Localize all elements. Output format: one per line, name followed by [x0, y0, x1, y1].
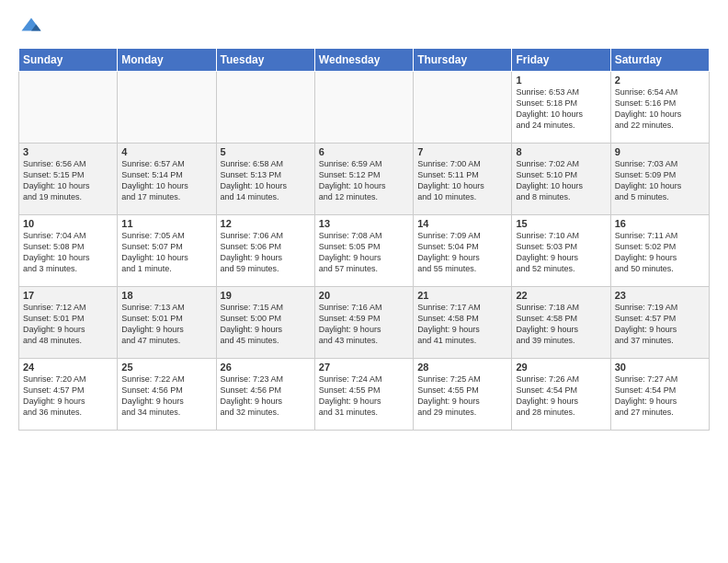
calendar-cell: 20Sunrise: 7:16 AM Sunset: 4:59 PM Dayli… — [314, 287, 413, 359]
calendar-cell — [414, 72, 512, 144]
calendar-day-header: Monday — [118, 49, 216, 72]
day-info: Sunrise: 7:02 AM Sunset: 5:10 PM Dayligh… — [516, 158, 606, 203]
calendar-cell: 11Sunrise: 7:05 AM Sunset: 5:07 PM Dayli… — [118, 215, 216, 287]
day-number: 15 — [516, 218, 606, 229]
calendar-cell: 28Sunrise: 7:25 AM Sunset: 4:55 PM Dayli… — [414, 359, 512, 431]
day-number: 17 — [23, 290, 113, 301]
day-info: Sunrise: 6:53 AM Sunset: 5:18 PM Dayligh… — [516, 86, 606, 132]
day-info: Sunrise: 6:56 AM Sunset: 5:15 PM Dayligh… — [23, 158, 113, 203]
calendar-cell: 30Sunrise: 7:27 AM Sunset: 4:54 PM Dayli… — [610, 359, 709, 431]
day-info: Sunrise: 7:17 AM Sunset: 4:58 PM Dayligh… — [417, 302, 507, 347]
day-number: 26 — [221, 362, 311, 373]
day-info: Sunrise: 7:00 AM Sunset: 5:11 PM Dayligh… — [417, 158, 507, 203]
day-info: Sunrise: 7:26 AM Sunset: 4:54 PM Dayligh… — [516, 373, 606, 419]
calendar-week-row: 3Sunrise: 6:56 AM Sunset: 5:15 PM Daylig… — [19, 144, 710, 215]
calendar-cell — [314, 72, 413, 144]
day-number: 11 — [121, 218, 211, 229]
calendar-cell: 25Sunrise: 7:22 AM Sunset: 4:56 PM Dayli… — [118, 359, 216, 431]
day-info: Sunrise: 7:24 AM Sunset: 4:55 PM Dayligh… — [319, 373, 409, 419]
day-info: Sunrise: 7:19 AM Sunset: 4:57 PM Dayligh… — [615, 302, 705, 347]
calendar-cell: 3Sunrise: 6:56 AM Sunset: 5:15 PM Daylig… — [19, 144, 118, 215]
day-number: 6 — [319, 146, 409, 157]
day-info: Sunrise: 7:25 AM Sunset: 4:55 PM Dayligh… — [417, 373, 507, 419]
day-info: Sunrise: 7:04 AM Sunset: 5:08 PM Dayligh… — [23, 230, 113, 275]
calendar-cell: 14Sunrise: 7:09 AM Sunset: 5:04 PM Dayli… — [414, 215, 512, 287]
calendar-cell: 15Sunrise: 7:10 AM Sunset: 5:03 PM Dayli… — [512, 215, 610, 287]
day-info: Sunrise: 6:54 AM Sunset: 5:16 PM Dayligh… — [615, 86, 705, 132]
calendar-cell: 7Sunrise: 7:00 AM Sunset: 5:11 PM Daylig… — [414, 144, 512, 215]
calendar-cell: 4Sunrise: 6:57 AM Sunset: 5:14 PM Daylig… — [118, 144, 216, 215]
calendar: SundayMondayTuesdayWednesdayThursdayFrid… — [18, 48, 710, 431]
calendar-cell — [216, 72, 314, 144]
day-number: 7 — [417, 146, 507, 157]
day-info: Sunrise: 7:10 AM Sunset: 5:03 PM Dayligh… — [516, 230, 606, 275]
day-number: 1 — [516, 75, 606, 86]
day-info: Sunrise: 6:58 AM Sunset: 5:13 PM Dayligh… — [221, 158, 311, 203]
day-info: Sunrise: 7:13 AM Sunset: 5:01 PM Dayligh… — [121, 302, 211, 347]
day-number: 18 — [121, 290, 211, 301]
day-info: Sunrise: 6:59 AM Sunset: 5:12 PM Dayligh… — [319, 158, 409, 203]
calendar-cell: 23Sunrise: 7:19 AM Sunset: 4:57 PM Dayli… — [610, 287, 709, 359]
day-number: 16 — [615, 218, 705, 229]
day-info: Sunrise: 7:05 AM Sunset: 5:07 PM Dayligh… — [121, 230, 211, 275]
day-info: Sunrise: 7:27 AM Sunset: 4:54 PM Dayligh… — [615, 373, 705, 419]
calendar-cell: 2Sunrise: 6:54 AM Sunset: 5:16 PM Daylig… — [610, 72, 709, 144]
day-info: Sunrise: 7:03 AM Sunset: 5:09 PM Dayligh… — [615, 158, 705, 203]
day-info: Sunrise: 7:15 AM Sunset: 5:00 PM Dayligh… — [221, 302, 311, 347]
day-number: 5 — [221, 146, 311, 157]
day-number: 4 — [121, 146, 211, 157]
calendar-week-row: 24Sunrise: 7:20 AM Sunset: 4:57 PM Dayli… — [19, 359, 710, 431]
day-number: 27 — [319, 362, 409, 373]
calendar-week-row: 17Sunrise: 7:12 AM Sunset: 5:01 PM Dayli… — [19, 287, 710, 359]
calendar-cell: 19Sunrise: 7:15 AM Sunset: 5:00 PM Dayli… — [216, 287, 314, 359]
calendar-cell: 26Sunrise: 7:23 AM Sunset: 4:56 PM Dayli… — [216, 359, 314, 431]
day-number: 24 — [23, 362, 113, 373]
calendar-day-header: Tuesday — [216, 49, 314, 72]
day-number: 12 — [221, 218, 311, 229]
calendar-cell: 21Sunrise: 7:17 AM Sunset: 4:58 PM Dayli… — [414, 287, 512, 359]
calendar-cell: 27Sunrise: 7:24 AM Sunset: 4:55 PM Dayli… — [314, 359, 413, 431]
calendar-week-row: 1Sunrise: 6:53 AM Sunset: 5:18 PM Daylig… — [19, 72, 710, 144]
header — [18, 15, 710, 40]
calendar-cell: 5Sunrise: 6:58 AM Sunset: 5:13 PM Daylig… — [216, 144, 314, 215]
day-info: Sunrise: 7:23 AM Sunset: 4:56 PM Dayligh… — [221, 373, 311, 419]
day-info: Sunrise: 7:22 AM Sunset: 4:56 PM Dayligh… — [121, 373, 211, 419]
calendar-header-row: SundayMondayTuesdayWednesdayThursdayFrid… — [19, 49, 710, 72]
calendar-day-header: Thursday — [414, 49, 512, 72]
calendar-day-header: Sunday — [19, 49, 118, 72]
day-info: Sunrise: 7:16 AM Sunset: 4:59 PM Dayligh… — [319, 302, 409, 347]
calendar-cell: 8Sunrise: 7:02 AM Sunset: 5:10 PM Daylig… — [512, 144, 610, 215]
calendar-cell: 16Sunrise: 7:11 AM Sunset: 5:02 PM Dayli… — [610, 215, 709, 287]
day-info: Sunrise: 6:57 AM Sunset: 5:14 PM Dayligh… — [121, 158, 211, 203]
day-info: Sunrise: 7:12 AM Sunset: 5:01 PM Dayligh… — [23, 302, 113, 347]
logo — [18, 15, 48, 40]
calendar-cell: 29Sunrise: 7:26 AM Sunset: 4:54 PM Dayli… — [512, 359, 610, 431]
logo-icon — [18, 15, 44, 40]
calendar-cell: 10Sunrise: 7:04 AM Sunset: 5:08 PM Dayli… — [19, 215, 118, 287]
day-info: Sunrise: 7:20 AM Sunset: 4:57 PM Dayligh… — [23, 373, 113, 419]
day-number: 23 — [615, 290, 705, 301]
page: SundayMondayTuesdayWednesdayThursdayFrid… — [0, 0, 728, 563]
day-info: Sunrise: 7:08 AM Sunset: 5:05 PM Dayligh… — [319, 230, 409, 275]
day-number: 2 — [615, 75, 705, 86]
day-number: 19 — [221, 290, 311, 301]
calendar-day-header: Wednesday — [314, 49, 413, 72]
calendar-cell: 13Sunrise: 7:08 AM Sunset: 5:05 PM Dayli… — [314, 215, 413, 287]
day-info: Sunrise: 7:18 AM Sunset: 4:58 PM Dayligh… — [516, 302, 606, 347]
calendar-cell: 12Sunrise: 7:06 AM Sunset: 5:06 PM Dayli… — [216, 215, 314, 287]
calendar-cell: 22Sunrise: 7:18 AM Sunset: 4:58 PM Dayli… — [512, 287, 610, 359]
day-number: 20 — [319, 290, 409, 301]
day-number: 14 — [417, 218, 507, 229]
calendar-cell: 6Sunrise: 6:59 AM Sunset: 5:12 PM Daylig… — [314, 144, 413, 215]
day-number: 21 — [417, 290, 507, 301]
day-info: Sunrise: 7:06 AM Sunset: 5:06 PM Dayligh… — [221, 230, 311, 275]
day-number: 29 — [516, 362, 606, 373]
calendar-cell: 18Sunrise: 7:13 AM Sunset: 5:01 PM Dayli… — [118, 287, 216, 359]
day-number: 13 — [319, 218, 409, 229]
calendar-cell — [19, 72, 118, 144]
calendar-cell: 24Sunrise: 7:20 AM Sunset: 4:57 PM Dayli… — [19, 359, 118, 431]
day-number: 22 — [516, 290, 606, 301]
day-number: 8 — [516, 146, 606, 157]
calendar-cell: 9Sunrise: 7:03 AM Sunset: 5:09 PM Daylig… — [610, 144, 709, 215]
day-number: 28 — [417, 362, 507, 373]
